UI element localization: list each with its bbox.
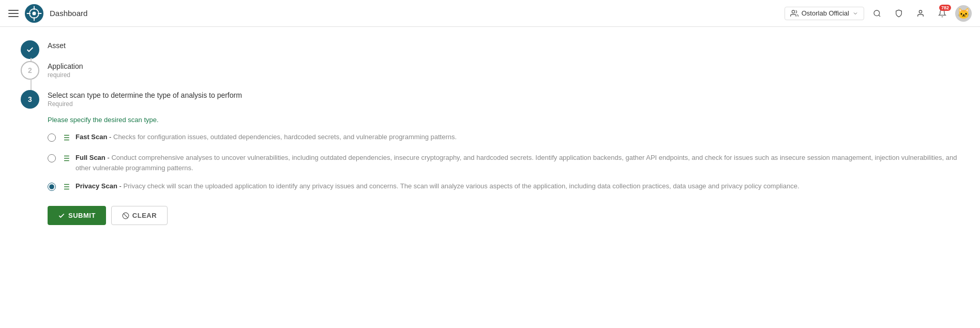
svg-point-8 xyxy=(874,10,880,16)
step-3-number: 3 xyxy=(21,90,39,109)
shield-icon xyxy=(895,9,903,18)
privacy-scan-option: Privacy Scan - Privacy check will scan t… xyxy=(48,181,963,193)
step-2-subtitle: required xyxy=(48,71,963,79)
svg-point-10 xyxy=(919,10,922,13)
menu-button[interactable] xyxy=(8,8,19,19)
header: Dashboard Ostorlab Official xyxy=(0,0,980,27)
notification-button[interactable]: 782 xyxy=(933,5,951,22)
svg-line-9 xyxy=(879,15,880,17)
fast-scan-icon xyxy=(61,133,70,144)
privacy-scan-radio[interactable] xyxy=(48,183,56,191)
svg-point-2 xyxy=(32,11,36,15)
step-1-number xyxy=(21,40,39,59)
step-2-title: Application xyxy=(48,62,963,70)
step-3-title: Select scan type to determine the type o… xyxy=(48,91,963,99)
step-2: 2 Application required xyxy=(21,60,963,89)
full-scan-label[interactable]: Full Scan - Conduct comprehensive analys… xyxy=(76,153,963,173)
check-icon xyxy=(26,46,34,54)
clear-icon xyxy=(122,212,129,219)
avatar[interactable]: 🐱 xyxy=(955,5,972,22)
fast-scan-label[interactable]: Fast Scan - Checks for configuration iss… xyxy=(76,132,457,142)
svg-point-7 xyxy=(792,10,794,13)
fast-scan-radio[interactable] xyxy=(48,133,56,142)
person-button[interactable] xyxy=(912,5,929,22)
logo xyxy=(25,4,43,23)
step-1-content: Asset xyxy=(48,39,963,60)
svg-line-30 xyxy=(124,213,128,217)
privacy-scan-label[interactable]: Privacy Scan - Privacy check will scan t… xyxy=(76,181,800,191)
step-2-number: 2 xyxy=(21,61,39,80)
step-3-subtitle: Required xyxy=(48,100,963,108)
full-scan-icon xyxy=(61,154,70,165)
person-icon xyxy=(916,9,925,18)
notification-count: 782 xyxy=(939,5,951,11)
full-scan-option: Full Scan - Conduct comprehensive analys… xyxy=(48,153,963,173)
step-1: Asset xyxy=(21,39,963,60)
main-content: Asset 2 Application required 3 Select sc… xyxy=(0,27,980,328)
scan-type-section: Please specify the desired scan type. xyxy=(48,116,963,225)
check-submit-icon xyxy=(58,212,65,219)
step-3-content: Select scan type to determine the type o… xyxy=(48,89,963,235)
clear-button[interactable]: CLEAR xyxy=(111,206,168,225)
step-1-title: Asset xyxy=(48,41,963,50)
header-left: Dashboard xyxy=(8,4,87,23)
privacy-scan-icon xyxy=(61,182,70,193)
full-scan-radio[interactable] xyxy=(48,154,56,162)
scan-type-prompt: Please specify the desired scan type. xyxy=(48,116,963,124)
search-button[interactable] xyxy=(868,5,886,22)
step-2-content: Application required xyxy=(48,60,963,89)
search-icon xyxy=(873,9,881,18)
submit-button[interactable]: SUBMIT xyxy=(48,206,106,225)
header-right: Ostorlab Official xyxy=(785,5,972,22)
action-buttons: SUBMIT CLEAR xyxy=(48,206,963,225)
shield-button[interactable] xyxy=(890,5,908,22)
fast-scan-option: Fast Scan - Checks for configuration iss… xyxy=(48,132,963,144)
step-3: 3 Select scan type to determine the type… xyxy=(21,89,963,235)
page-title: Dashboard xyxy=(50,9,87,18)
stepper: Asset 2 Application required 3 Select sc… xyxy=(17,39,963,235)
org-selector[interactable]: Ostorlab Official xyxy=(785,7,864,20)
chevron-down-icon xyxy=(852,10,858,17)
org-name: Ostorlab Official xyxy=(802,9,849,17)
